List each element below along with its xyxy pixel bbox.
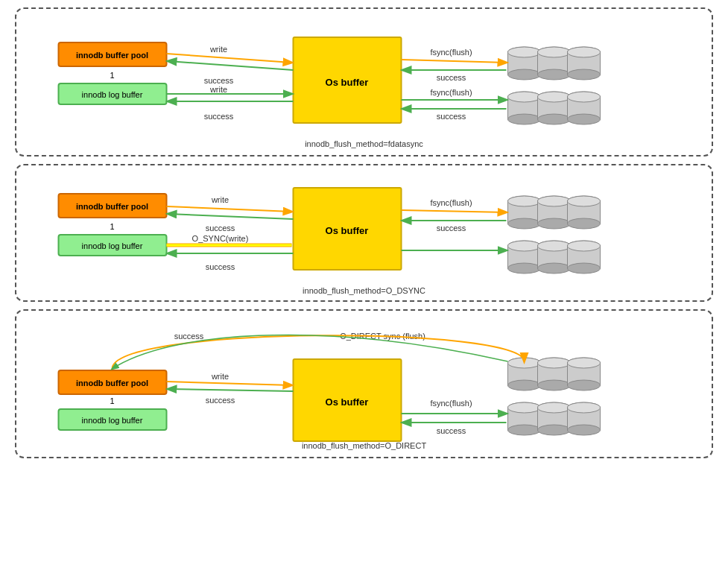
num-label-1: 1	[110, 71, 114, 80]
svg-point-79	[538, 380, 571, 390]
svg-point-91	[538, 425, 571, 435]
svg-point-61	[568, 241, 601, 251]
svg-point-40	[508, 218, 541, 229]
svg-point-9	[538, 69, 571, 80]
svg-point-5	[508, 69, 541, 80]
svg-point-92	[538, 402, 571, 413]
svg-point-26	[568, 92, 601, 102]
success-label-3top: success	[174, 332, 204, 341]
svg-line-28	[168, 61, 294, 70]
svg-point-95	[568, 425, 601, 435]
fsync-label-1b: fsync(flush)	[430, 88, 472, 97]
svg-point-87	[508, 425, 541, 435]
svg-point-75	[508, 380, 541, 390]
num-label-3: 1	[110, 396, 114, 405]
fsync-label-2: fsync(flush)	[430, 198, 472, 207]
diagram-svg-2: innodb buffer pool 1 innodb log buffer O…	[16, 165, 712, 303]
svg-point-44	[538, 218, 571, 229]
svg-line-27	[167, 54, 292, 63]
section-label-1: innodb_flush_method=fdatasync	[305, 139, 423, 148]
section-label-3: innodb_flush_method=O_DIRECT	[302, 441, 427, 450]
write-label-3: write	[211, 372, 229, 381]
write-label-2a: write	[211, 195, 229, 204]
svg-line-98	[168, 389, 294, 391]
svg-point-49	[568, 196, 601, 206]
main-container: innodb buffer pool 1 innodb log buffer O…	[0, 0, 728, 466]
svg-point-84	[568, 358, 601, 368]
log-buffer-label-2: innodb log buffer	[82, 241, 143, 250]
svg-point-48	[568, 218, 601, 229]
section-o-dsync: innodb buffer pool 1 innodb log buffer O…	[15, 164, 713, 302]
svg-point-56	[538, 263, 571, 273]
write-label-1: write	[209, 45, 227, 54]
svg-point-21	[538, 114, 571, 124]
buffer-pool-label-3: innodb buffer pool	[76, 379, 148, 388]
success-label-1b: success	[204, 112, 234, 121]
svg-point-14	[568, 47, 601, 57]
svg-point-45	[538, 196, 571, 206]
svg-point-52	[508, 263, 541, 273]
success-label-3b: success	[206, 396, 235, 405]
svg-point-17	[508, 114, 541, 124]
svg-line-97	[167, 382, 292, 385]
success-label-1d: success	[437, 112, 466, 121]
svg-point-22	[538, 92, 571, 102]
os-buffer-label-3: Os buffer	[326, 396, 369, 408]
svg-point-53	[508, 241, 541, 251]
svg-line-63	[168, 214, 294, 219]
o-sync-label-2: O_SYNC(write)	[192, 234, 249, 243]
svg-point-10	[538, 47, 571, 57]
diagram-svg-1: innodb buffer pool 1 innodb log buffer O…	[16, 9, 712, 158]
success-label-1t: success	[437, 73, 466, 82]
svg-point-60	[568, 263, 601, 273]
os-buffer-label-1: Os buffer	[326, 77, 369, 88]
svg-point-6	[508, 47, 541, 57]
log-buffer-label-1: innodb log buffer	[82, 90, 143, 99]
os-buffer-label-2: Os buffer	[326, 225, 369, 236]
svg-point-13	[568, 69, 601, 80]
section-o-direct: innodb buffer pool 1 innodb log buffer O…	[15, 309, 713, 458]
write-label-2: write	[209, 85, 227, 94]
success-label-2t: success	[437, 224, 466, 233]
svg-point-18	[508, 92, 541, 102]
fsync-label-3: fsync(flush)	[430, 399, 472, 408]
svg-line-67	[402, 210, 507, 212]
svg-line-31	[402, 60, 507, 63]
success-write-label-1: success	[204, 76, 234, 85]
section-fdatasync: innodb buffer pool 1 innodb log buffer O…	[15, 7, 713, 156]
svg-point-57	[538, 241, 571, 251]
log-buffer-label-3: innodb log buffer	[82, 416, 143, 425]
num-label-2: 1	[110, 222, 114, 231]
diagram-svg-3: innodb buffer pool 1 innodb log buffer O…	[16, 311, 712, 460]
svg-point-25	[568, 114, 601, 124]
svg-point-96	[568, 402, 601, 413]
svg-point-83	[568, 380, 601, 390]
svg-point-88	[508, 402, 541, 413]
buffer-pool-label-1: innodb buffer pool	[76, 51, 148, 60]
success-label-2a: success	[206, 224, 235, 233]
svg-point-41	[508, 196, 541, 206]
buffer-pool-label-2: innodb buffer pool	[76, 202, 148, 211]
svg-line-62	[167, 206, 292, 212]
svg-point-80	[538, 358, 571, 368]
section-label-2: innodb_flush_method=O_DSYNC	[303, 286, 425, 295]
success-label-2b: success	[206, 262, 235, 271]
success-label-3d: success	[437, 426, 466, 435]
fsync-label-1: fsync(flush)	[430, 48, 472, 57]
